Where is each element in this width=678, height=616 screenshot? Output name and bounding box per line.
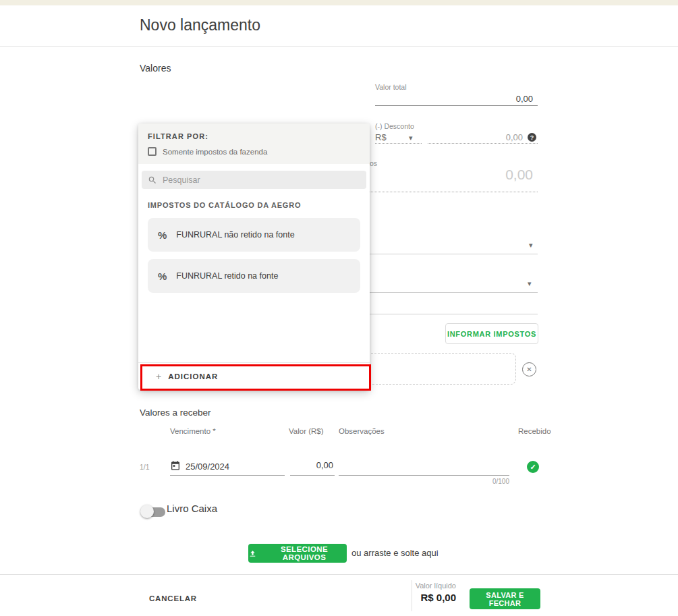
desconto-underline <box>428 143 538 144</box>
popup-filter-title: FILTRAR POR: <box>148 132 360 140</box>
valores-section-title: Valores <box>140 63 171 74</box>
receivables-title: Valores a receber <box>140 408 211 418</box>
header-divider <box>0 46 678 47</box>
due-date-input[interactable]: 25/09/2024 <box>186 461 229 472</box>
net-value-label: Valor líquido <box>378 582 456 590</box>
livro-caixa-toggle-thumb[interactable] <box>140 505 154 518</box>
column-header-observacoes: Observações <box>339 427 385 435</box>
upload-icon <box>248 549 257 558</box>
clear-icon[interactable]: ✕ <box>522 362 536 376</box>
informar-impostos-button[interactable]: INFORMAR IMPOSTOS <box>445 323 538 344</box>
farm-taxes-checkbox[interactable] <box>148 147 157 156</box>
tax-item-funrural-retido[interactable]: % FUNRURAL retido na fonte <box>148 259 360 293</box>
column-header-valor: Valor (R$) <box>289 427 324 435</box>
desconto-label: (-) Desconto <box>375 122 414 130</box>
value-input[interactable]: 0,00 <box>290 460 333 470</box>
cancel-button[interactable]: CANCELAR <box>149 594 197 603</box>
desconto-currency-underline <box>375 143 422 144</box>
impostos-total-value[interactable]: 0,00 <box>375 167 533 183</box>
valor-total-input[interactable]: 0,00 <box>375 94 533 104</box>
save-and-close-button[interactable]: SALVAR E FECHAR <box>470 588 540 609</box>
desconto-input[interactable]: 0,00 <box>428 132 523 142</box>
livro-caixa-label: Livro Caixa <box>167 503 217 514</box>
farm-taxes-checkbox-label: Somente impostos da fazenda <box>163 148 267 156</box>
search-input[interactable] <box>163 175 360 185</box>
chevron-down-icon[interactable]: ▾ <box>409 134 413 142</box>
notes-char-counter: 0/100 <box>469 478 509 485</box>
due-date-underline <box>170 475 285 476</box>
select-files-button[interactable]: SELECIONE ARQUIVOS <box>248 544 347 563</box>
chevron-down-icon[interactable]: ▾ <box>529 242 533 249</box>
percent-icon: % <box>158 229 167 241</box>
value-underline <box>290 475 335 476</box>
tax-item-label: FUNRURAL não retido na fonte <box>176 230 294 240</box>
chevron-down-icon[interactable]: ▾ <box>528 280 532 287</box>
calendar-icon[interactable] <box>170 460 181 472</box>
tax-item-label: FUNRURAL retido na fonte <box>176 271 278 281</box>
page-title: Novo lançamento <box>140 16 260 34</box>
help-icon[interactable]: ? <box>528 133 536 142</box>
notes-underline <box>339 475 509 476</box>
popup-catalog-title: IMPOSTOS DO CATÁLOGO DA AEGRO <box>148 201 360 209</box>
popup-filter-header: FILTRAR POR: Somente impostos da fazenda <box>138 123 370 164</box>
row-index: 1/1 <box>140 463 150 471</box>
column-header-vencimento: Vencimento * <box>170 427 216 435</box>
net-value: R$ 0,00 <box>378 592 456 603</box>
drag-drop-hint: ou arraste e solte aqui <box>351 548 439 558</box>
popup-search-field[interactable] <box>142 171 366 189</box>
desconto-currency-select[interactable]: R$ <box>375 132 387 142</box>
plus-icon: + <box>156 371 161 382</box>
top-accent-bar <box>0 0 678 5</box>
footer-divider <box>0 574 678 575</box>
percent-icon: % <box>158 271 167 282</box>
select-files-label: SELECIONE ARQUIVOS <box>262 545 347 561</box>
farm-taxes-checkbox-row[interactable]: Somente impostos da fazenda <box>148 147 360 156</box>
new-entry-dialog: Novo lançamento Valores Valor total 0,00… <box>0 0 678 616</box>
received-check-icon[interactable]: ✓ <box>527 461 539 473</box>
valor-total-label: Valor total <box>375 83 407 91</box>
search-icon <box>148 175 157 185</box>
tax-item-funrural-nao-retido[interactable]: % FUNRURAL não retido na fonte <box>148 218 360 252</box>
adicionar-button[interactable]: + ADICIONAR <box>138 363 370 390</box>
column-header-recebido: Recebido <box>518 427 551 435</box>
adicionar-label: ADICIONAR <box>168 372 218 381</box>
impostos-popup: FILTRAR POR: Somente impostos da fazenda… <box>138 123 370 390</box>
valor-total-underline <box>375 105 538 106</box>
